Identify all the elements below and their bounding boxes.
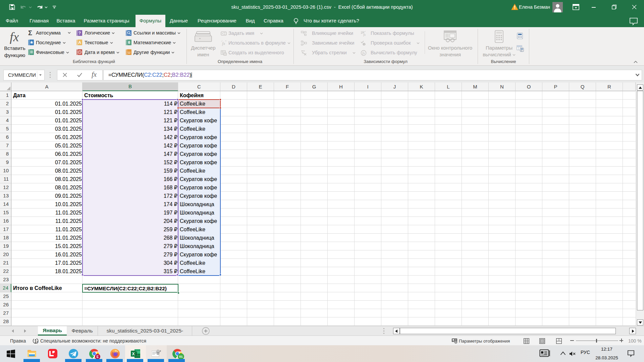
svg-text:E: E [97, 355, 99, 359]
svg-text:fx: fx [362, 51, 365, 55]
svg-text:?: ? [37, 341, 39, 344]
svg-text:A: A [78, 40, 81, 45]
svg-text:θ: θ [128, 40, 130, 45]
svg-text:X: X [132, 352, 135, 356]
svg-text:fx: fx [363, 33, 366, 37]
svg-text:?: ? [78, 31, 81, 36]
svg-text:fx: fx [222, 41, 225, 46]
svg-text:01: 01 [179, 355, 183, 358]
